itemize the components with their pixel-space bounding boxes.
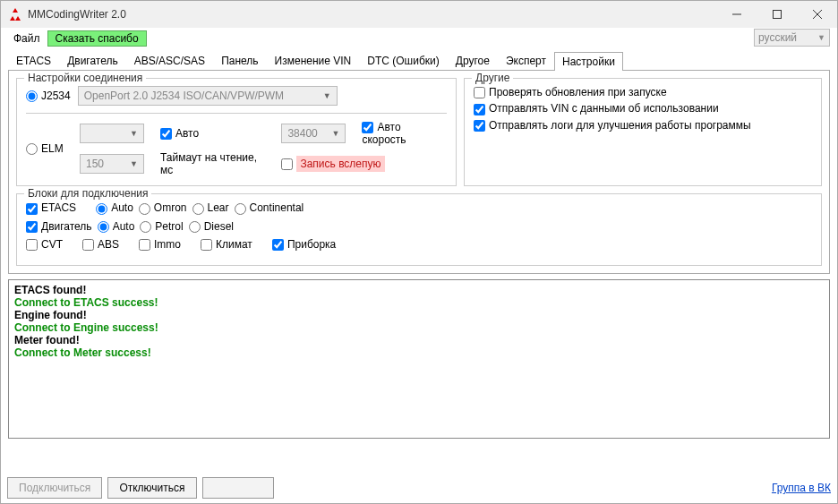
chevron-down-icon: ▼	[817, 33, 825, 42]
tab-3[interactable]: Панель	[213, 51, 266, 70]
close-button[interactable]	[797, 1, 837, 28]
checkbox-engine[interactable]: Двигатель	[26, 220, 92, 233]
app-icon	[8, 7, 22, 21]
connect-button[interactable]: Подключиться	[7, 477, 102, 499]
minimize-button[interactable]	[716, 1, 757, 28]
chevron-down-icon: ▼	[130, 129, 138, 138]
chevron-down-icon: ▼	[130, 159, 138, 168]
checkbox-abs[interactable]: ABS	[82, 238, 119, 251]
menubar: Файл Сказать спасибо русский ▼	[1, 28, 837, 49]
tab-4[interactable]: Изменение VIN	[267, 51, 360, 70]
checkbox-auto-speed[interactable]: Авто скорость	[362, 121, 447, 146]
checkbox-auto-port[interactable]: Авто	[160, 127, 223, 140]
checkbox-immo[interactable]: Immo	[139, 238, 181, 251]
connection-legend: Настройки соединения	[24, 72, 146, 84]
checkbox-etacs[interactable]: ETACS	[26, 201, 76, 214]
checkbox-blind-write[interactable]	[281, 158, 293, 170]
elm-port-select[interactable]: ▼	[80, 124, 144, 143]
radio-etacs-lear[interactable]: Lear	[192, 201, 229, 214]
menu-thanks[interactable]: Сказать спасибо	[47, 30, 147, 47]
tab-5[interactable]: DTC (Ошибки)	[359, 51, 447, 70]
blocks-group: Блоки для подключения ETACS Auto Omron L…	[16, 193, 822, 266]
window-title: MMCodingWriter 2.0	[28, 8, 126, 21]
tab-0[interactable]: ETACS	[8, 51, 59, 70]
log-console: ETACS found!Connect to ETACS success!Eng…	[8, 279, 830, 439]
disconnect-button[interactable]: Отключиться	[107, 477, 196, 499]
tab-2[interactable]: ABS/ASC/SAS	[126, 51, 213, 70]
blocks-legend: Блоки для подключения	[24, 187, 151, 200]
language-value: русский	[758, 31, 797, 44]
tab-panel-settings: Настройки соединения J2534 OpenPort 2.0 …	[8, 70, 830, 274]
menu-file[interactable]: Файл	[6, 30, 47, 47]
baud-select[interactable]: 38400▼	[281, 124, 346, 143]
tab-strip: ETACSДвигательABS/ASC/SASПанельИзменение…	[1, 51, 837, 70]
checkbox-send-vin[interactable]: Отправлять VIN с данными об использовани…	[474, 102, 719, 115]
titlebar: MMCodingWriter 2.0	[1, 1, 837, 28]
language-select[interactable]: русский ▼	[754, 29, 830, 47]
checkbox-check-updates[interactable]: Проверять обновления при запуске	[474, 86, 667, 98]
j2534-adapter-select[interactable]: OpenPort 2.0 J2534 ISO/CAN/VPW/PWM▼	[78, 86, 338, 106]
close-icon	[813, 10, 822, 19]
radio-etacs-continental[interactable]: Continental	[235, 201, 304, 214]
checkbox-send-logs[interactable]: Отправлять логи для улучшения работы про…	[474, 119, 751, 132]
radio-engine-petrol[interactable]: Petrol	[140, 220, 183, 233]
checkbox-meter[interactable]: Приборка	[272, 238, 336, 251]
other-legend: Другие	[472, 72, 513, 84]
tab-8[interactable]: Настройки	[554, 52, 623, 71]
chevron-down-icon: ▼	[323, 91, 331, 100]
empty-button[interactable]	[202, 477, 274, 499]
checkbox-cvt[interactable]: CVT	[26, 238, 63, 251]
radio-etacs-omron[interactable]: Omron	[139, 201, 187, 214]
radio-engine-auto[interactable]: Auto	[98, 220, 135, 233]
bottom-bar: Подключиться Отключиться Группа в ВК	[7, 477, 831, 499]
tab-6[interactable]: Другое	[448, 51, 498, 70]
maximize-button[interactable]	[757, 1, 797, 28]
chevron-down-icon: ▼	[332, 129, 340, 138]
other-settings-group: Другие Проверять обновления при запуске …	[464, 78, 822, 186]
radio-engine-diesel[interactable]: Diesel	[189, 220, 234, 233]
radio-etacs-auto[interactable]: Auto	[96, 201, 133, 214]
minimize-icon	[732, 10, 741, 19]
blind-write-label: Запись вслепую	[296, 156, 384, 172]
tab-1[interactable]: Двигатель	[59, 51, 126, 70]
radio-j2534[interactable]: J2534	[26, 90, 71, 102]
checkbox-climate[interactable]: Климат	[201, 238, 252, 251]
timeout-select[interactable]: 150▼	[80, 154, 144, 174]
tab-7[interactable]: Эксперт	[498, 51, 554, 70]
timeout-label: Таймаут на чтение, мс	[160, 151, 272, 176]
svg-rect-0	[773, 11, 781, 19]
vk-link[interactable]: Группа в ВК	[772, 482, 831, 494]
radio-elm[interactable]: ELM	[26, 142, 71, 155]
connection-settings-group: Настройки соединения J2534 OpenPort 2.0 …	[16, 78, 457, 186]
maximize-icon	[773, 10, 782, 19]
